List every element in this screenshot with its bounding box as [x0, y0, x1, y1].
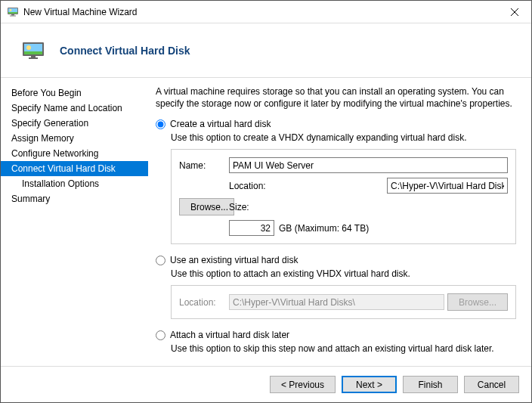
svg-rect-13 — [29, 57, 38, 59]
svg-rect-3 — [8, 12, 17, 14]
svg-rect-12 — [31, 56, 36, 57]
wizard-icon — [22, 42, 46, 60]
page-header: Connect Virtual Hard Disk — [1, 23, 531, 78]
name-label: Name: — [179, 160, 226, 171]
window-title: New Virtual Machine Wizard — [23, 7, 497, 17]
sidebar-item-installation-options[interactable]: Installation Options — [1, 176, 148, 191]
browse-button[interactable]: Browse... — [179, 198, 234, 215]
option-attach-later: Attach a virtual hard disk later Use thi… — [156, 330, 516, 354]
finish-button[interactable]: Finish — [403, 376, 458, 393]
svg-point-2 — [10, 9, 12, 11]
app-icon — [7, 6, 19, 18]
page-title: Connect Virtual Hard Disk — [60, 45, 190, 57]
location-label: Location: — [229, 181, 384, 191]
wizard-footer: < Previous Next > Finish Cancel — [1, 366, 531, 402]
radio-attach-later[interactable] — [156, 330, 165, 340]
later-desc: Use this option to skip this step now an… — [171, 343, 516, 354]
radio-later-label: Attach a virtual hard disk later — [170, 330, 289, 340]
existing-location-field — [229, 294, 444, 310]
size-units: GB (Maximum: 64 TB) — [279, 223, 369, 234]
intro-text: A virtual machine requires storage so th… — [156, 85, 516, 110]
create-form: Name: Location: Browse... Size: GB (Maxi… — [171, 149, 516, 244]
create-desc: Use this option to create a VHDX dynamic… — [171, 132, 516, 143]
svg-rect-4 — [11, 14, 14, 16]
size-field[interactable] — [229, 220, 274, 236]
sidebar-item-assign-memory[interactable]: Assign Memory — [1, 131, 148, 146]
title-bar: New Virtual Machine Wizard — [1, 1, 531, 23]
previous-button[interactable]: < Previous — [270, 376, 336, 393]
svg-rect-11 — [24, 51, 42, 54]
cancel-button[interactable]: Cancel — [464, 376, 519, 393]
sidebar-item-specify-generation[interactable]: Specify Generation — [1, 116, 148, 131]
sidebar-item-summary[interactable]: Summary — [1, 191, 148, 206]
name-field[interactable] — [229, 157, 508, 173]
sidebar-item-before-you-begin[interactable]: Before You Begin — [1, 85, 148, 101]
close-button[interactable] — [497, 1, 531, 23]
existing-form: Location: Browse... — [171, 285, 516, 319]
existing-browse-button: Browse... — [447, 293, 508, 311]
existing-location-label: Location: — [179, 297, 226, 308]
sidebar-item-configure-networking[interactable]: Configure Networking — [1, 146, 148, 161]
radio-create-vhd[interactable] — [156, 119, 165, 129]
svg-point-10 — [26, 45, 31, 50]
wizard-content: A virtual machine requires storage so th… — [148, 78, 531, 366]
radio-existing-label: Use an existing virtual hard disk — [170, 255, 298, 265]
existing-desc: Use this option to attach an existing VH… — [171, 268, 516, 279]
location-field[interactable] — [387, 178, 508, 194]
option-existing-vhd: Use an existing virtual hard disk Use th… — [156, 255, 516, 319]
sidebar-item-specify-name[interactable]: Specify Name and Location — [1, 101, 148, 116]
next-button[interactable]: Next > — [342, 376, 397, 393]
svg-rect-5 — [10, 15, 16, 16]
wizard-steps-sidebar: Before You Begin Specify Name and Locati… — [1, 78, 148, 366]
sidebar-item-connect-vhd[interactable]: Connect Virtual Hard Disk — [1, 161, 148, 176]
radio-create-label: Create a virtual hard disk — [170, 119, 271, 129]
option-create-vhd: Create a virtual hard disk Use this opti… — [156, 119, 516, 244]
radio-existing-vhd[interactable] — [156, 256, 165, 265]
size-label: Size: — [229, 202, 384, 212]
